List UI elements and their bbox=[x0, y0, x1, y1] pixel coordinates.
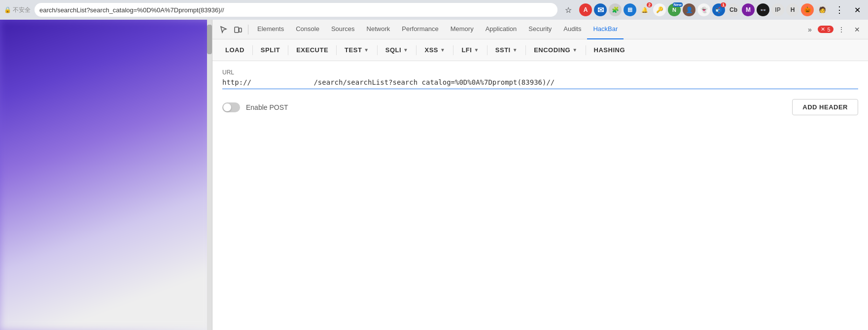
ext-ip-icon[interactable]: IP bbox=[771, 3, 784, 16]
test-button[interactable]: TEST ▼ bbox=[338, 43, 376, 57]
enable-post-row: Enable POST ADD HEADER bbox=[222, 99, 858, 115]
devtools-close-icon[interactable]: ✕ bbox=[850, 23, 864, 36]
devtools-menu-icon[interactable]: ⋮ bbox=[834, 23, 848, 36]
lock-icon: 🔒 bbox=[4, 6, 11, 13]
split-button[interactable]: SPLIT bbox=[254, 43, 287, 57]
menu-icon[interactable]: ⋮ bbox=[833, 3, 846, 17]
ext-m-icon[interactable]: M bbox=[742, 3, 755, 16]
sep-9 bbox=[586, 45, 586, 55]
ext-puzzle-icon[interactable]: 🧩 bbox=[609, 3, 622, 16]
ssti-label: SSTI bbox=[495, 46, 511, 54]
tab-application[interactable]: Application bbox=[480, 20, 523, 39]
tab-console[interactable]: Console bbox=[290, 20, 325, 39]
sep-7 bbox=[487, 45, 487, 55]
execute-button[interactable]: EXECUTE bbox=[289, 43, 335, 57]
hackbar-content: URL Enable POST ADD HEADER bbox=[212, 61, 868, 330]
tab-sources[interactable]: Sources bbox=[325, 20, 361, 39]
ext-pumpkin-icon[interactable]: 🎃 bbox=[801, 3, 814, 16]
tab-memory-label: Memory bbox=[451, 25, 474, 33]
error-badge: ✕ 5 bbox=[818, 26, 833, 33]
tab-performance-label: Performance bbox=[402, 25, 438, 33]
lfi-button[interactable]: LFI ▼ bbox=[454, 43, 486, 57]
ext-apps-icon[interactable]: ⊞ bbox=[624, 3, 636, 16]
url-input[interactable] bbox=[222, 78, 858, 86]
tab-elements-label: Elements bbox=[257, 25, 284, 33]
bookmark-icon[interactable]: ☆ bbox=[561, 3, 575, 17]
sep-8 bbox=[525, 45, 526, 55]
close-error-icon[interactable]: ✕ 5 bbox=[819, 23, 833, 36]
sep-6 bbox=[453, 45, 453, 55]
devtools-tabs: Elements Console Sources Network Perform… bbox=[251, 20, 802, 39]
sep-3 bbox=[336, 45, 337, 55]
webpage-panel bbox=[0, 20, 212, 330]
ssti-dropdown-arrow: ▼ bbox=[513, 47, 518, 53]
url-section: URL bbox=[222, 69, 858, 89]
more-tabs-icon[interactable]: » bbox=[803, 23, 817, 36]
hashing-button[interactable]: HASHING bbox=[587, 43, 632, 57]
test-dropdown-arrow: ▼ bbox=[364, 47, 369, 53]
error-count: 5 bbox=[827, 27, 830, 33]
test-label: TEST bbox=[345, 46, 362, 54]
devtools-topbar: Elements Console Sources Network Perform… bbox=[212, 20, 868, 39]
ext-outlook-icon[interactable]: ✉ bbox=[594, 3, 607, 16]
tab-elements[interactable]: Elements bbox=[251, 20, 290, 39]
webpage-blur bbox=[0, 20, 212, 330]
device-toolbar-icon[interactable] bbox=[231, 23, 245, 36]
ext-person-icon[interactable]: 👤 bbox=[683, 3, 695, 16]
hackbar-toolbar: LOAD SPLIT EXECUTE TEST ▼ SQLI ▼ XSS ▼ L… bbox=[212, 39, 868, 61]
close-window-icon[interactable]: ✕ bbox=[850, 3, 864, 17]
not-secure-label: 不安全 bbox=[13, 6, 31, 14]
ssti-button[interactable]: SSTI ▼ bbox=[488, 43, 524, 57]
ext-h-icon[interactable]: H bbox=[786, 3, 799, 16]
not-secure-indicator: 🔒 不安全 bbox=[4, 6, 31, 14]
ext-user-icon[interactable]: 🧑 bbox=[816, 3, 829, 16]
encoding-button[interactable]: ENCODING ▼ bbox=[527, 43, 584, 57]
ext-key-icon[interactable]: 🔑 bbox=[653, 3, 666, 16]
tab-audits-label: Audits bbox=[563, 25, 581, 33]
url-text: earch/searchList?search_catalog=%0D%0A%7… bbox=[39, 6, 224, 14]
lfi-label: LFI bbox=[461, 46, 472, 54]
sep-5 bbox=[416, 45, 417, 55]
extension-icons: A ✉ 🧩 ⊞ 🔔 2 🔑 N New 👤 👻 📬 1 Cb M 👓 IP H … bbox=[579, 3, 829, 16]
svg-rect-1 bbox=[239, 28, 242, 32]
main-layout: Elements Console Sources Network Perform… bbox=[0, 20, 868, 330]
xss-button[interactable]: XSS ▼ bbox=[417, 43, 452, 57]
ext-badge-icon[interactable]: 🔔 2 bbox=[638, 3, 651, 16]
url-label: URL bbox=[222, 69, 858, 76]
encoding-label: ENCODING bbox=[534, 46, 570, 54]
tab-network[interactable]: Network bbox=[361, 20, 396, 39]
toolbar-separator-1 bbox=[248, 25, 248, 34]
load-button[interactable]: LOAD bbox=[218, 43, 251, 57]
tab-performance[interactable]: Performance bbox=[396, 20, 444, 39]
tab-audits[interactable]: Audits bbox=[557, 20, 587, 39]
tab-hackbar-label: HackBar bbox=[593, 25, 618, 33]
enable-post-toggle[interactable] bbox=[222, 102, 240, 112]
devtools-right-controls: » ✕ 5 ⋮ ✕ bbox=[803, 23, 864, 36]
sep-1 bbox=[252, 45, 253, 55]
scrollbar-thumb[interactable] bbox=[207, 25, 212, 54]
ext-cb-icon[interactable]: Cb bbox=[727, 3, 740, 16]
ext-glasses-icon[interactable]: 👓 bbox=[757, 3, 769, 16]
add-header-button[interactable]: ADD HEADER bbox=[792, 99, 858, 115]
sep-4 bbox=[377, 45, 378, 55]
sqli-dropdown-arrow: ▼ bbox=[403, 47, 408, 53]
encoding-dropdown-arrow: ▼ bbox=[572, 47, 577, 53]
inspect-icon[interactable] bbox=[216, 23, 230, 36]
tab-hackbar[interactable]: HackBar bbox=[587, 20, 624, 39]
sep-2 bbox=[288, 45, 288, 55]
tab-memory[interactable]: Memory bbox=[445, 20, 480, 39]
tab-network-label: Network bbox=[367, 25, 390, 33]
sqli-label: SQLI bbox=[385, 46, 401, 54]
ext-ghost-icon[interactable]: 👻 bbox=[697, 3, 710, 16]
devtools-panel: Elements Console Sources Network Perform… bbox=[212, 20, 868, 330]
tab-sources-label: Sources bbox=[331, 25, 355, 33]
tab-security[interactable]: Security bbox=[522, 20, 557, 39]
ext-abp-icon[interactable]: A bbox=[579, 3, 592, 16]
ext-notification-icon[interactable]: 📬 1 bbox=[712, 3, 725, 16]
address-bar[interactable]: earch/searchList?search_catalog=%0D%0A%7… bbox=[35, 3, 557, 17]
tab-security-label: Security bbox=[528, 25, 552, 33]
url-input-container bbox=[222, 78, 858, 89]
sqli-button[interactable]: SQLI ▼ bbox=[379, 43, 416, 57]
left-scrollbar[interactable] bbox=[207, 20, 212, 330]
ext-new-icon[interactable]: N New bbox=[668, 3, 681, 16]
